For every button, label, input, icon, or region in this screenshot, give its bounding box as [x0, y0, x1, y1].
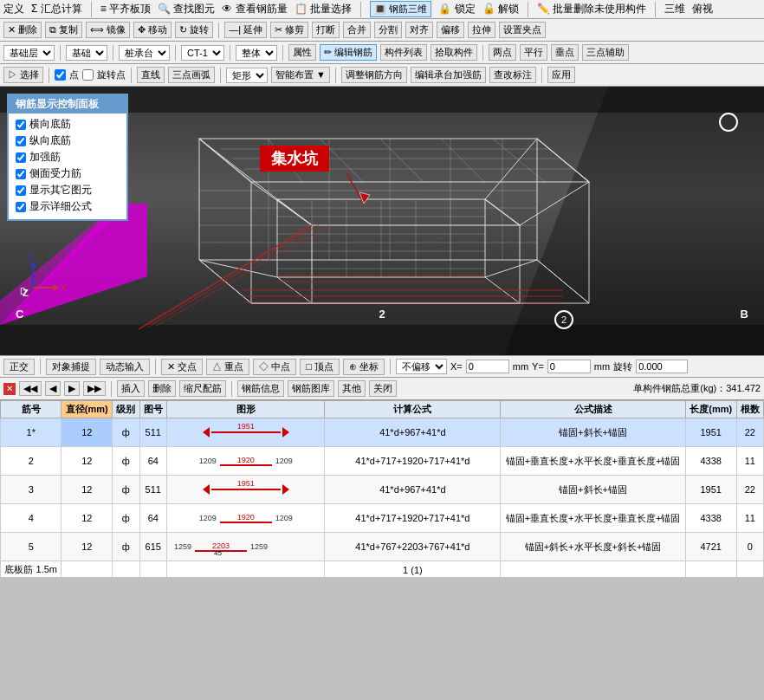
label-show-other: 显示其它图元	[29, 183, 92, 198]
btn-edit-rebar[interactable]: ✏ 编辑钢筋	[320, 44, 377, 61]
btn-align[interactable]: 对齐	[405, 22, 433, 38]
close-x-btn[interactable]: ✕	[3, 383, 16, 395]
menu-align[interactable]: ≡ 平齐板顶	[100, 2, 151, 16]
btn-split[interactable]: 分割	[374, 22, 402, 38]
btn-smart-layout[interactable]: 智能布置 ▼	[271, 67, 330, 83]
btn-coord[interactable]: ⊕ 坐标	[343, 359, 385, 375]
btn-nav-next[interactable]: ▶	[64, 381, 80, 396]
whole-select[interactable]: 整体	[236, 45, 277, 61]
btn-move[interactable]: ✥ 移动	[133, 22, 172, 38]
menu-3d[interactable]: 三维	[664, 2, 685, 16]
chk-strengthen[interactable]	[16, 152, 26, 163]
foundation-select[interactable]: 基础	[66, 45, 107, 61]
menu-summary[interactable]: Σ 汇总计算	[31, 2, 82, 16]
chk-vertical-bottom[interactable]	[16, 136, 26, 146]
col-header-formula: 计算公式	[325, 401, 501, 418]
chk-rotate-point[interactable]	[82, 69, 94, 81]
btn-parallel[interactable]: 平行	[520, 44, 547, 61]
btn-two-point[interactable]: 两点	[489, 44, 516, 61]
data-table-wrapper[interactable]: 筋号 直径(mm) 级别 图号 图形 计算公式 公式描述 长度(mm) 根数 1…	[0, 400, 764, 577]
btn-vertex[interactable]: □ 顶点	[300, 359, 340, 375]
cell-length: 1951	[685, 418, 736, 447]
btn-apply[interactable]: 应用	[547, 67, 575, 83]
chk-horizontal-bottom[interactable]	[16, 120, 26, 130]
btn-nav-prev[interactable]: ◀	[45, 381, 61, 396]
cell-length: 4721	[685, 533, 736, 561]
cell-length: 1951	[685, 476, 736, 504]
table-row[interactable]: 1* 12 ф 511 1951 41*d+967+41*d 锚固+斜长+锚固	[1, 418, 764, 447]
menu-unlock[interactable]: 🔓 解锁	[482, 2, 519, 16]
btn-extend[interactable]: —| 延伸	[224, 22, 267, 38]
btn-orthogonal[interactable]: 正交	[3, 359, 35, 375]
ct-select[interactable]: CT-1	[181, 45, 224, 61]
btn-perp[interactable]: 垂点	[551, 44, 579, 61]
input-x[interactable]	[466, 360, 509, 373]
menu-batch-delete[interactable]: ✏️ 批量删除未使用构件	[537, 2, 646, 16]
input-rotate[interactable]	[636, 360, 688, 373]
checkbox-row-3: 加强筋	[16, 150, 120, 165]
btn-check-mark[interactable]: 查改标注	[489, 67, 536, 83]
menu-rebar-3d[interactable]: 🔳 钢筋三维	[370, 1, 431, 17]
btn-rebar-info[interactable]: 钢筋信息	[237, 380, 284, 397]
menu-find[interactable]: 🔍 查找图元	[158, 2, 215, 16]
btn-dynamic[interactable]: 动态输入	[100, 359, 150, 375]
btn-other[interactable]: 其他	[338, 380, 366, 397]
status-bar: 正交 对象捕提 动态输入 ✕ 交点 △ 重点 ◇ 中点 □ 顶点 ⊕ 坐标 不偏…	[0, 355, 764, 378]
btn-copy[interactable]: ⧉ 复制	[45, 22, 82, 38]
btn-merge[interactable]: 合并	[343, 22, 371, 38]
shape-select[interactable]: 矩形	[226, 68, 268, 83]
label-point: 点	[69, 68, 79, 81]
btn-mirror[interactable]: ⟺ 镜像	[86, 22, 130, 38]
btn-stretch[interactable]: 拉伸	[468, 22, 495, 38]
btn-break[interactable]: 打断	[312, 22, 340, 38]
menu-batch-select[interactable]: 📋 批量选择	[295, 2, 352, 16]
btn-three-point[interactable]: 三点辅助	[582, 44, 629, 61]
btn-nav-last[interactable]: ▶▶	[83, 381, 106, 396]
table-row[interactable]: 底板筋 1.5m 1 (1)	[1, 561, 764, 578]
table-row[interactable]: 2 12 ф 64 1209 1920 1209	[1, 447, 764, 476]
chk-show-formula[interactable]	[16, 202, 26, 212]
cell-length: 4338	[685, 447, 736, 476]
layer-select[interactable]: 基础层	[3, 45, 55, 61]
btn-arc[interactable]: 三点画弧	[168, 67, 215, 83]
menu-top-view[interactable]: 俯视	[692, 2, 713, 16]
offset-select[interactable]: 不偏移	[396, 359, 447, 374]
table-row[interactable]: 3 12 ф 511 1951 41*d+967+41*d 锚固+斜长+锚固	[1, 476, 764, 504]
btn-rebar-lib[interactable]: 钢筋图库	[288, 380, 334, 397]
menu-view-rebar[interactable]: 👁 查看钢筋量	[222, 2, 287, 16]
corner-label-c: C	[16, 308, 23, 321]
btn-member-list[interactable]: 构件列表	[380, 44, 427, 61]
input-y[interactable]	[547, 360, 591, 373]
pile-cap-select[interactable]: 桩承台	[119, 45, 170, 61]
chk-point[interactable]	[55, 69, 66, 81]
btn-delete[interactable]: ✕ 删除	[3, 22, 42, 38]
btn-close[interactable]: 关闭	[369, 380, 397, 397]
menu-define[interactable]: 定义	[3, 2, 24, 16]
btn-intersect[interactable]: ✕ 交点	[161, 359, 203, 375]
chk-show-other[interactable]	[16, 185, 26, 196]
table-row[interactable]: 4 12 ф 64 1209 1920 1209	[1, 504, 764, 533]
btn-props[interactable]: 属性	[288, 44, 316, 61]
btn-rotate[interactable]: ↻ 旋转	[175, 22, 213, 38]
table-row[interactable]: 5 12 ф 615 1259 2203 1259 45	[1, 533, 764, 561]
btn-edit-cap-rebar[interactable]: 编辑承台加强筋	[411, 67, 486, 83]
btn-offset[interactable]: 偏移	[437, 22, 464, 38]
chk-side-force[interactable]	[16, 169, 26, 179]
btn-trim[interactable]: ✂ 修剪	[270, 22, 308, 38]
btn-line[interactable]: 直线	[137, 67, 165, 83]
cell-shape: 615	[139, 533, 166, 561]
btn-center[interactable]: ◇ 中点	[253, 359, 296, 375]
cell-desc: 锚固+斜长+锚固	[501, 418, 686, 447]
btn-pick[interactable]: 拾取构件	[431, 44, 477, 61]
btn-grip[interactable]: 设置夹点	[499, 22, 546, 38]
btn-scale[interactable]: 缩尺配筋	[179, 380, 226, 397]
btn-nav-first[interactable]: ◀◀	[19, 381, 42, 396]
btn-midpoint[interactable]: △ 重点	[206, 359, 249, 375]
btn-adjust-dir[interactable]: 调整钢筋方向	[341, 67, 407, 83]
menu-lock[interactable]: 🔒 锁定	[438, 2, 475, 16]
btn-select[interactable]: ▷ 选择	[3, 67, 43, 83]
btn-delete-row[interactable]: 删除	[148, 380, 176, 397]
btn-snap[interactable]: 对象捕提	[46, 359, 96, 375]
btn-insert[interactable]: 插入	[117, 380, 145, 397]
sep2	[155, 359, 156, 374]
